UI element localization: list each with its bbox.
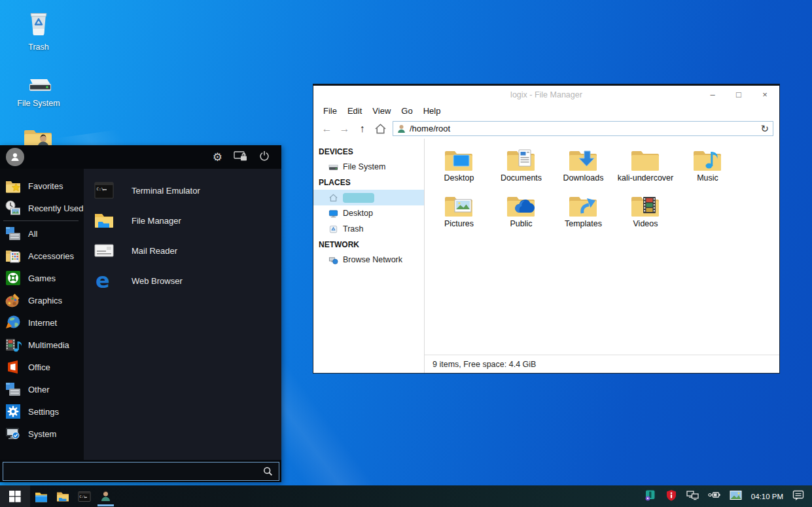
folder-icon (56, 491, 69, 502)
desktop-icon-label: Trash (28, 43, 49, 52)
category-other[interactable]: Other (0, 378, 84, 400)
folder-desktop-icon (444, 147, 474, 173)
desktop-icon-trash[interactable]: Trash (9, 10, 69, 52)
terminal-icon: C:\ (78, 491, 91, 502)
power-icon[interactable] (259, 150, 270, 164)
desktop: Trash File System (0, 0, 812, 507)
taskbar-folder-button[interactable] (52, 485, 73, 507)
category-office[interactable]: Office (0, 356, 84, 378)
minimize-button[interactable]: – (699, 90, 726, 99)
maximize-button[interactable]: □ (726, 90, 752, 99)
redacted-username (343, 193, 374, 203)
category-graphics[interactable]: Graphics (0, 289, 84, 311)
category-multimedia[interactable]: Multimedia (0, 334, 84, 356)
start-menu-categories: Favorites Recently Used (0, 169, 84, 460)
folder-desktop[interactable]: Desktop (428, 147, 490, 192)
sidebar-item-file-system[interactable]: File System (313, 159, 424, 175)
category-recently-used[interactable]: Recently Used (0, 197, 84, 219)
tray-network-icon[interactable] (686, 489, 699, 504)
folder-music-icon (693, 147, 723, 173)
taskbar-file-manager-window-button[interactable] (95, 485, 116, 507)
category-all[interactable]: All (0, 222, 84, 245)
network-header: NETWORK (313, 237, 424, 252)
file-manager-window: logix - File Manager – □ × File Edit Vie… (313, 84, 780, 374)
system-icon (5, 425, 22, 442)
category-internet[interactable]: Internet (0, 311, 84, 334)
back-button[interactable]: ← (318, 124, 336, 134)
status-bar: 9 items, Free space: 4.4 GiB (425, 355, 779, 373)
taskbar-terminal-button[interactable]: C:\ (73, 485, 95, 507)
path-bar[interactable]: /home/root ↻ (393, 121, 773, 136)
folder-public[interactable]: Public (490, 192, 552, 238)
category-favorites[interactable]: Favorites (0, 175, 84, 197)
home-icon (374, 123, 387, 135)
taskbar-file-explorer-button[interactable] (30, 485, 52, 507)
start-menu-header: ⚙ (0, 145, 281, 169)
menu-view[interactable]: View (367, 106, 396, 116)
path-text[interactable]: /home/root (410, 124, 756, 133)
search-input[interactable] (3, 463, 263, 480)
tray-kali-updater-icon[interactable] (644, 489, 656, 504)
tray-wallpaper-icon[interactable] (730, 490, 742, 503)
devices-header: DEVICES (313, 144, 424, 159)
favorites-icon (5, 177, 22, 194)
folder-kali-undercover[interactable]: kali-undercover (614, 147, 677, 192)
mail-icon (93, 239, 115, 262)
sidebar-item-trash[interactable]: Trash (313, 221, 424, 237)
folder-downloads[interactable]: Downloads (552, 147, 614, 192)
category-games[interactable]: Games (0, 267, 84, 289)
category-settings[interactable]: Settings (0, 400, 84, 423)
home-button[interactable] (371, 123, 390, 135)
folder-public-icon (506, 192, 537, 219)
places-header: PLACES (313, 175, 424, 190)
close-button[interactable]: × (752, 90, 778, 99)
folder-videos[interactable]: Videos (614, 192, 677, 238)
status-text: 9 items, Free space: 4.4 GiB (432, 360, 536, 369)
lock-screen-icon[interactable] (234, 150, 248, 164)
menu-go[interactable]: Go (396, 106, 417, 116)
user-path-icon (397, 124, 406, 133)
tray-power-icon[interactable] (708, 489, 720, 504)
multimedia-icon (5, 336, 22, 353)
refresh-icon[interactable]: ↻ (760, 124, 769, 133)
menu-divider (3, 220, 79, 221)
action-center-icon[interactable] (792, 489, 804, 504)
menu-edit[interactable]: Edit (342, 106, 367, 116)
user-avatar[interactable] (6, 148, 24, 166)
desktop-icon-file-system[interactable]: File System (9, 77, 69, 108)
start-button[interactable] (0, 485, 30, 507)
folder-pictures[interactable]: Pictures (428, 192, 490, 238)
menu-file[interactable]: File (318, 106, 342, 116)
titlebar[interactable]: logix - File Manager – □ × (313, 86, 779, 103)
sidebar-item-home[interactable] (313, 190, 424, 205)
folder-templates-icon (569, 192, 599, 219)
settings-gear-icon[interactable]: ⚙ (213, 152, 222, 163)
toolbar: ← → ↑ /home/root ↻ (313, 118, 779, 139)
file-grid: Desktop Documents (425, 139, 779, 355)
start-menu-search-box (3, 462, 279, 481)
app-mail-reader[interactable]: Mail Reader (84, 236, 281, 266)
app-web-browser[interactable]: e Web Browser (84, 266, 281, 296)
app-file-manager[interactable]: File Manager (84, 205, 281, 236)
search-icon (263, 466, 273, 476)
category-system[interactable]: System (0, 423, 84, 445)
sidebar-item-browse-network[interactable]: Browse Network (313, 252, 424, 268)
home-place-icon (328, 193, 338, 203)
category-accessories[interactable]: Accessories (0, 245, 84, 267)
tray-security-alert-icon[interactable] (665, 489, 677, 504)
forward-button[interactable]: → (336, 124, 353, 134)
up-button[interactable]: ↑ (353, 124, 371, 134)
desktop-icon-label: File System (17, 99, 60, 108)
menu-help[interactable]: Help (418, 106, 446, 116)
folder-templates[interactable]: Templates (552, 192, 614, 238)
folder-music[interactable]: Music (677, 147, 739, 192)
folder-documents[interactable]: Documents (490, 147, 552, 192)
app-terminal-emulator[interactable]: C:\ Terminal Emulator (84, 175, 281, 205)
all-apps-icon (5, 225, 22, 242)
clock[interactable]: 04:10 PM (751, 493, 783, 500)
sidebar-item-desktop[interactable]: Desktop (313, 205, 424, 221)
taskbar: C:\ (0, 485, 812, 507)
desktop-place-icon (328, 209, 338, 219)
internet-icon (5, 314, 22, 331)
folder-downloads-icon (569, 147, 599, 173)
